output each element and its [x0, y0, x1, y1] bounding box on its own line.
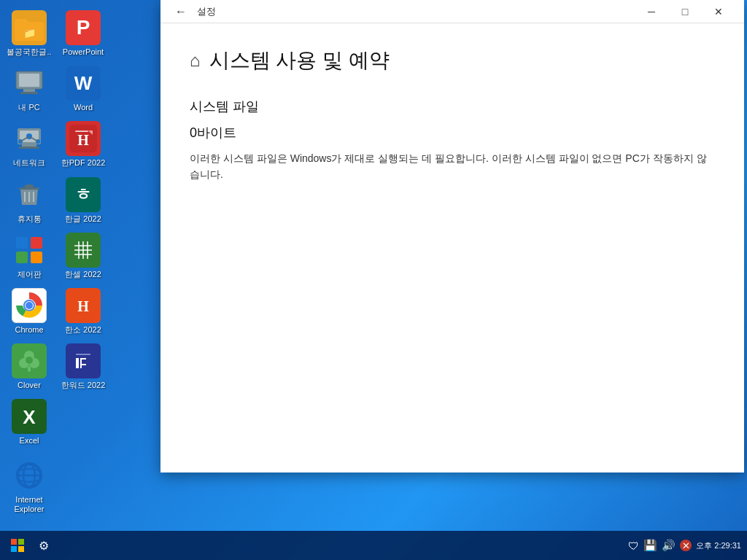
svg-rect-19: [75, 131, 88, 132]
desktop-icon-clover[interactable]: Clover: [4, 341, 55, 393]
taskbar-clock: 오후 2:29:31: [696, 540, 741, 551]
svg-rect-52: [80, 364, 86, 365]
svg-rect-21: [25, 184, 34, 188]
desktop-icon-hanword-label: 한워드 2022: [61, 381, 106, 390]
svg-rect-6: [20, 92, 38, 94]
desktop-icon-control-label: 제어판: [18, 270, 42, 279]
shield-tray-icon[interactable]: 🛡: [628, 540, 639, 552]
svg-point-39: [26, 302, 33, 309]
desktop-icon-network-label: 네트워크: [13, 158, 45, 168]
svg-rect-9: [22, 144, 36, 147]
svg-rect-27: [16, 252, 28, 263]
svg-text:X: X: [23, 406, 36, 428]
desktop-icon-powerpoint[interactable]: P PowerPoint: [58, 7, 109, 60]
desktop-icon-mypc-label: 내 PC: [18, 103, 39, 112]
taskbar-right: 🛡 💾 🔊 ✕ 오후 2:29:31: [628, 539, 741, 552]
svg-rect-10: [19, 147, 39, 149]
back-button[interactable]: ←: [172, 3, 190, 20]
desktop-icon-hansel-label: 한셀 2022: [65, 270, 101, 279]
window-controls: ─ □ ✕: [635, 0, 735, 23]
desktop-icon-control[interactable]: 제어판: [4, 230, 55, 282]
desktop-icon-hanso[interactable]: H 한소 2022: [58, 285, 109, 338]
desktop-icon-mypc[interactable]: 내 PC: [4, 63, 55, 115]
settings-header: ⌂ 시스템 사용 및 예약: [190, 47, 715, 74]
desktop-icon-bolgoong[interactable]: 📁 볼공국한글..: [4, 7, 55, 60]
size-value: 0바이트: [190, 124, 715, 141]
settings-window: ← 설정 ─ □ ✕ ⌂ 시스템 사용 및 예약 시스템 파일 0바이트 이러한…: [160, 0, 744, 472]
desktop-icon-word-label: Word: [74, 103, 93, 112]
storage-tray-icon[interactable]: 💾: [643, 539, 657, 552]
desktop-icon-recycle-label: 휴지통: [18, 214, 42, 224]
desktop-icon-hanpdf-label: 한PDF 2022: [61, 158, 106, 168]
desktop-icon-excel[interactable]: X Excel: [4, 396, 55, 448]
home-icon: ⌂: [190, 50, 201, 71]
desktop-icon-clover-label: Clover: [18, 381, 41, 390]
clock-time: 오후 2:29:31: [696, 540, 741, 551]
desktop-icon-ie-label: Internet Explorer: [7, 495, 52, 514]
section-title: 시스템 파일: [190, 98, 715, 115]
gear-icon: ⚙: [39, 539, 49, 553]
description-text: 이러한 시스템 파일은 Windows가 제대로 실행되는 데 필요합니다. 이…: [190, 150, 715, 183]
svg-rect-47: [70, 348, 96, 374]
svg-text:H: H: [77, 298, 89, 314]
window-title: 설정: [197, 5, 216, 18]
desktop-icon-chrome[interactable]: Chrome: [4, 285, 55, 338]
close-tray-icon[interactable]: ✕: [680, 540, 692, 551]
svg-rect-58: [11, 539, 17, 545]
svg-rect-5: [23, 89, 35, 92]
settings-content: ⌂ 시스템 사용 및 예약 시스템 파일 0바이트 이러한 시스템 파일은 Wi…: [160, 23, 744, 206]
svg-rect-28: [31, 252, 42, 263]
desktop-icon-hangul[interactable]: ㅎ 한글 2022: [58, 174, 109, 227]
settings-header-title: 시스템 사용 및 예약: [209, 47, 390, 74]
svg-rect-48: [76, 354, 90, 355]
minimize-button[interactable]: ─: [635, 0, 668, 23]
desktop-icon-hanpdf[interactable]: H 한PDF 2022: [58, 118, 109, 171]
taskbar-left: ⚙: [6, 534, 55, 557]
svg-rect-51: [80, 358, 82, 368]
desktop-icon-hansel[interactable]: 한셀 2022: [58, 230, 109, 282]
desktop-icon-chrome-label: Chrome: [15, 325, 43, 335]
taskbar: ⚙ 🛡 💾 🔊 ✕ 오후 2:29:31: [0, 531, 747, 560]
svg-rect-25: [16, 237, 28, 249]
desktop-icon-bolgoong-label: 볼공국한글..: [7, 47, 51, 57]
svg-rect-26: [31, 237, 42, 249]
desktop-icon-excel-label: Excel: [20, 436, 39, 446]
desktop-icon-hanword[interactable]: 한워드 2022: [58, 341, 109, 393]
svg-rect-61: [18, 546, 24, 552]
desktop-icon-word[interactable]: W Word: [58, 63, 109, 115]
taskbar-settings-button[interactable]: ⚙: [32, 534, 55, 557]
svg-rect-49: [76, 358, 79, 368]
desktop: 📁 볼공국한글.. P PowerPoint 내 PC: [0, 0, 146, 540]
desktop-icon-hangul-label: 한글 2022: [65, 214, 101, 224]
window-titlebar: ← 설정 ─ □ ✕: [160, 0, 744, 23]
svg-rect-60: [11, 546, 17, 552]
desktop-icon-recycle[interactable]: 휴지통: [4, 174, 55, 227]
maximize-button[interactable]: □: [668, 0, 702, 23]
desktop-icon-hanso-label: 한소 2022: [65, 325, 101, 335]
desktop-icon-ie[interactable]: Internet Explorer: [4, 455, 55, 517]
svg-rect-46: [28, 366, 31, 372]
svg-text:📁: 📁: [23, 27, 36, 39]
svg-rect-59: [18, 539, 24, 545]
svg-text:H: H: [77, 132, 89, 148]
desktop-icon-powerpoint-label: PowerPoint: [63, 47, 104, 57]
start-button[interactable]: [6, 534, 29, 557]
svg-rect-4: [19, 74, 39, 87]
volume-tray-icon[interactable]: 🔊: [662, 539, 676, 552]
desktop-icon-network[interactable]: 네트워크: [4, 118, 55, 171]
close-button[interactable]: ✕: [702, 0, 735, 23]
svg-point-45: [26, 357, 33, 364]
